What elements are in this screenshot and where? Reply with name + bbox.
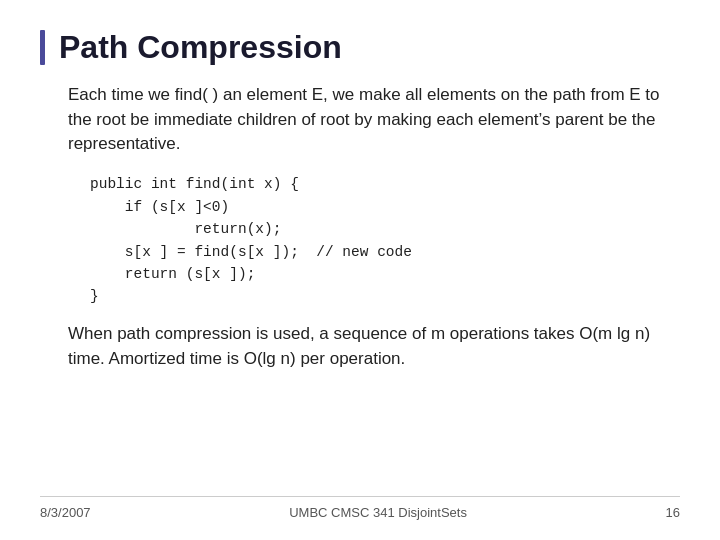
code-line-2: if (s[x ]<0) bbox=[90, 196, 680, 218]
title-accent bbox=[40, 30, 45, 65]
slide-footer: 8/3/2007 UMBC CMSC 341 DisjointSets 16 bbox=[40, 496, 680, 520]
footer-page: 16 bbox=[666, 505, 680, 520]
code-line-1: public int find(int x) { bbox=[90, 173, 680, 195]
when-paragraph: When path compression is used, a sequenc… bbox=[40, 322, 680, 371]
code-line-4: s[x ] = find(s[x ]); // new code bbox=[90, 241, 680, 263]
code-line-5: return (s[x ]); bbox=[90, 263, 680, 285]
footer-date: 8/3/2007 bbox=[40, 505, 91, 520]
code-line-3: return(x); bbox=[90, 218, 680, 240]
slide-title: Path Compression bbox=[59, 30, 342, 65]
code-line-6: } bbox=[90, 285, 680, 307]
slide: Path Compression Each time we find( ) an… bbox=[0, 0, 720, 540]
slide-content: Each time we find( ) an element E, we ma… bbox=[40, 83, 680, 496]
title-bar: Path Compression bbox=[40, 30, 680, 65]
footer-course: UMBC CMSC 341 DisjointSets bbox=[289, 505, 467, 520]
code-block: public int find(int x) { if (s[x ]<0) re… bbox=[40, 173, 680, 308]
description-text: Each time we find( ) an element E, we ma… bbox=[40, 83, 680, 157]
